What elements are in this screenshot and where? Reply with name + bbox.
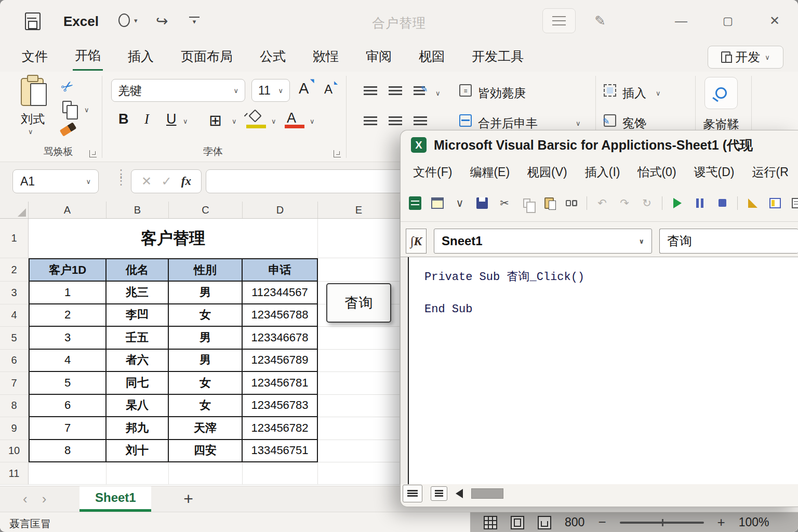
- row-number[interactable]: 1: [0, 219, 29, 258]
- properties-window-icon[interactable]: [790, 196, 798, 210]
- format-painter-icon[interactable]: [60, 122, 77, 137]
- grow-font-button[interactable]: A: [299, 80, 309, 97]
- font-dialog-launcher-icon[interactable]: [334, 150, 341, 157]
- vba-menu-format[interactable]: 怡式(0): [637, 164, 676, 180]
- align-middle-icon[interactable]: [389, 86, 402, 88]
- cell-c6[interactable]: 男: [169, 350, 243, 373]
- page-break-view-icon[interactable]: [538, 516, 551, 529]
- horizontal-scrollbar-thumb[interactable]: [471, 488, 503, 499]
- row-number[interactable]: 9: [0, 417, 29, 440]
- cell-e9[interactable]: [318, 417, 400, 440]
- cell-c11[interactable]: [169, 462, 243, 485]
- prev-sheet-icon[interactable]: ‹: [23, 491, 28, 507]
- paste-icon[interactable]: [21, 78, 44, 106]
- cell-e6[interactable]: [318, 350, 400, 373]
- vba-menu-insert[interactable]: 插入(I): [585, 164, 620, 180]
- insert-object-icon[interactable]: [430, 196, 445, 210]
- query-form-button[interactable]: 杳询: [326, 283, 391, 323]
- orientation-icon[interactable]: [414, 86, 425, 88]
- row-number[interactable]: 7: [0, 372, 29, 395]
- cell-a11[interactable]: [29, 462, 107, 485]
- orientation-dropdown-icon[interactable]: ∨: [435, 89, 441, 97]
- select-all-corner[interactable]: [0, 202, 29, 218]
- reset-icon[interactable]: [715, 196, 729, 210]
- italic-button[interactable]: I: [144, 111, 149, 127]
- cell-b5[interactable]: 壬五: [107, 327, 169, 350]
- cell-c4[interactable]: 女: [169, 304, 243, 327]
- align-top-icon[interactable]: [364, 86, 377, 88]
- row-number[interactable]: 2: [0, 258, 29, 282]
- cell-d5[interactable]: 123346678: [243, 327, 318, 350]
- cell-c9[interactable]: 天滓: [169, 417, 243, 440]
- font-color-button[interactable]: A: [287, 110, 296, 126]
- wrap-text-button[interactable]: 皆効薨庚: [478, 85, 526, 101]
- cut-icon[interactable]: ✂: [497, 196, 512, 210]
- font-name-combo[interactable]: 羌犍 ∨: [111, 79, 245, 102]
- project-explorer-icon[interactable]: [768, 196, 782, 210]
- borders-dropdown-icon[interactable]: ∨: [232, 117, 237, 125]
- header-cell-id[interactable]: 客户1D: [29, 258, 107, 282]
- add-sheet-button[interactable]: +: [183, 489, 193, 509]
- tab-view[interactable]: 枧囶: [417, 44, 447, 70]
- cell-e5[interactable]: [318, 327, 400, 350]
- col-header-a[interactable]: A: [29, 202, 107, 218]
- merge-center-icon[interactable]: [459, 114, 472, 127]
- vba-titlebar[interactable]: X Microsoft Visual Barsic for Appliction…: [401, 130, 798, 159]
- insert-function-icon[interactable]: fx: [181, 175, 191, 188]
- redo-icon[interactable]: ↷: [617, 196, 632, 210]
- header-cell-name[interactable]: 仳名: [107, 258, 169, 282]
- cell-a10[interactable]: 8: [29, 440, 107, 463]
- row-number[interactable]: 5: [0, 327, 29, 350]
- cell-a3[interactable]: 1: [29, 282, 107, 304]
- cell-c10[interactable]: 四安: [169, 440, 243, 463]
- merge-center-button[interactable]: 合并后申丰: [478, 115, 538, 131]
- break-icon[interactable]: [693, 196, 707, 210]
- zoom-percent[interactable]: 100%: [739, 515, 769, 529]
- cell-e11[interactable]: [318, 462, 400, 485]
- cell-b6[interactable]: 者六: [107, 350, 169, 373]
- cell-d11[interactable]: [243, 462, 318, 485]
- find-icon[interactable]: [564, 196, 579, 210]
- repeat-icon[interactable]: ↻: [640, 196, 654, 210]
- vba-menu-view[interactable]: 枧园(V): [527, 164, 567, 180]
- paste-button[interactable]: 刘式: [16, 111, 50, 127]
- undo-icon[interactable]: ↶: [595, 196, 609, 210]
- underline-button[interactable]: U: [166, 111, 177, 127]
- row-number[interactable]: 11: [0, 462, 29, 485]
- vba-code-editor[interactable]: Private Sub 杳询_Click() End Sub: [401, 257, 798, 484]
- cell-a7[interactable]: 5: [29, 372, 107, 395]
- tab-developer[interactable]: 开发工具: [470, 44, 526, 70]
- insert-cells-button[interactable]: 插入: [622, 85, 646, 101]
- zoom-out-button[interactable]: −: [598, 514, 606, 530]
- cell-c5[interactable]: 男: [169, 327, 243, 350]
- font-color-dropdown-icon[interactable]: ∨: [310, 117, 315, 125]
- page-layout-view-icon[interactable]: [511, 516, 524, 529]
- cell-a4[interactable]: 2: [29, 304, 107, 327]
- cell-d9[interactable]: 123456782: [243, 417, 318, 440]
- copy-icon[interactable]: [520, 196, 534, 210]
- cell-d6[interactable]: 123456789: [243, 350, 318, 373]
- object-combo[interactable]: Sneet1 ∨: [434, 229, 652, 254]
- tab-home[interactable]: 开馅: [73, 43, 103, 71]
- excel-object-icon[interactable]: [408, 196, 422, 210]
- design-mode-icon[interactable]: [746, 196, 760, 210]
- vba-menu-run[interactable]: 运行(R: [752, 164, 789, 180]
- cell-d4[interactable]: 123456788: [243, 304, 318, 327]
- tab-file[interactable]: 文件: [20, 44, 50, 70]
- row-number[interactable]: 8: [0, 395, 29, 418]
- zoom-in-button[interactable]: +: [717, 514, 725, 530]
- insert-dropdown-icon[interactable]: ∨: [656, 89, 661, 97]
- run-icon[interactable]: [670, 196, 685, 210]
- normal-view-icon[interactable]: [484, 516, 497, 529]
- insert-cells-icon[interactable]: [604, 84, 616, 97]
- cell-e10[interactable]: [318, 440, 400, 463]
- align-center-icon[interactable]: [389, 116, 402, 118]
- cell-d3[interactable]: 112344567: [243, 282, 318, 304]
- underline-dropdown-icon[interactable]: ∨: [183, 117, 188, 125]
- row-number[interactable]: 4: [0, 304, 29, 327]
- cell-a5[interactable]: 3: [29, 327, 107, 350]
- borders-button[interactable]: ⊞: [209, 111, 222, 129]
- align-right-icon[interactable]: [414, 116, 427, 118]
- align-left-icon[interactable]: [364, 116, 377, 118]
- cell-b9[interactable]: 邦九: [107, 417, 169, 440]
